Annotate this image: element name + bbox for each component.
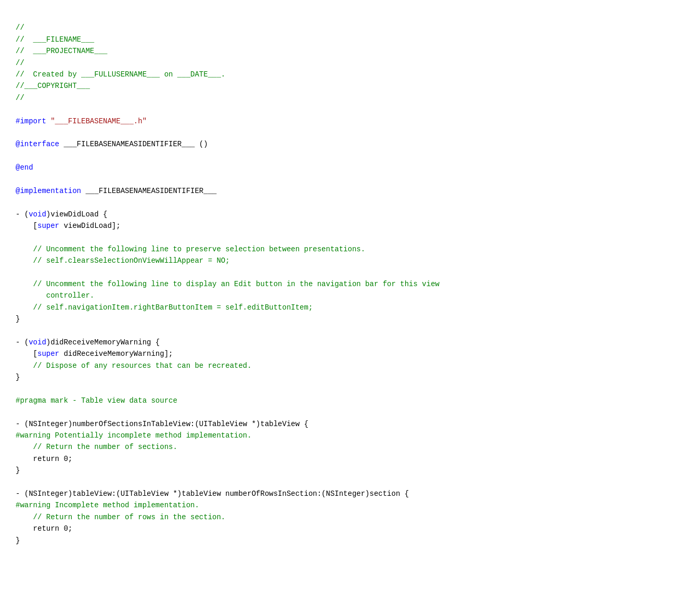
- code-line: [16, 406, 682, 418]
- code-line: [16, 232, 682, 243]
- code-line: - (NSInteger)tableView:(UITableView *)ta…: [16, 488, 682, 499]
- code-line: //: [16, 22, 682, 33]
- code-line: }: [16, 371, 682, 383]
- code-line: // Return the number of sections.: [16, 441, 682, 453]
- code-line: controller.: [16, 290, 682, 301]
- code-line: // Return the number of rows in the sect…: [16, 511, 682, 523]
- code-line: @implementation ___FILEBASENAMEASIDENTIF…: [16, 185, 682, 197]
- code-line: return 0;: [16, 523, 682, 534]
- code-line: [16, 127, 682, 138]
- code-line: }: [16, 465, 682, 476]
- code-line: #warning Potentially incomplete method i…: [16, 430, 682, 441]
- code-line: // Uncomment the following line to displ…: [16, 278, 682, 290]
- code-line: return 0;: [16, 453, 682, 465]
- code-line: #pragma mark - Table view data source: [16, 395, 682, 406]
- code-line: // Created by ___FULLUSERNAME___ on ___D…: [16, 69, 682, 80]
- code-line: // Dispose of any resources that can be …: [16, 360, 682, 371]
- code-line: [16, 383, 682, 395]
- code-line: [16, 104, 682, 115]
- code-line: }: [16, 535, 682, 546]
- code-line: [super didReceiveMemoryWarning];: [16, 348, 682, 360]
- code-line: @end: [16, 162, 682, 173]
- code-line: //___COPYRIGHT___: [16, 80, 682, 92]
- code-line: - (void)didReceiveMemoryWarning {: [16, 337, 682, 348]
- code-line: [16, 150, 682, 162]
- code-line: //: [16, 92, 682, 104]
- code-line: // self.clearsSelectionOnViewWillAppear …: [16, 255, 682, 266]
- code-line: #warning Incomplete method implementatio…: [16, 499, 682, 511]
- code-line: [16, 325, 682, 337]
- code-line: //: [16, 57, 682, 69]
- code-line: [16, 197, 682, 208]
- code-line: [super viewDidLoad];: [16, 220, 682, 232]
- code-line: // ___FILENAME___: [16, 34, 682, 45]
- code-line: - (NSInteger)numberOfSectionsInTableView…: [16, 418, 682, 430]
- code-line: @interface ___FILEBASENAMEASIDENTIFIER__…: [16, 138, 682, 150]
- code-line: [16, 267, 682, 278]
- code-line: // Uncomment the following line to prese…: [16, 243, 682, 255]
- code-line: [16, 477, 682, 488]
- code-line: // ___PROJECTNAME___: [16, 45, 682, 57]
- code-line: }: [16, 313, 682, 325]
- code-editor: //// ___FILENAME___// ___PROJECTNAME___/…: [16, 10, 682, 546]
- code-line: [16, 173, 682, 185]
- code-line: #import "___FILEBASENAME___.h": [16, 116, 682, 127]
- code-line: - (void)viewDidLoad {: [16, 209, 682, 220]
- code-line: // self.navigationItem.rightBarButtonIte…: [16, 302, 682, 313]
